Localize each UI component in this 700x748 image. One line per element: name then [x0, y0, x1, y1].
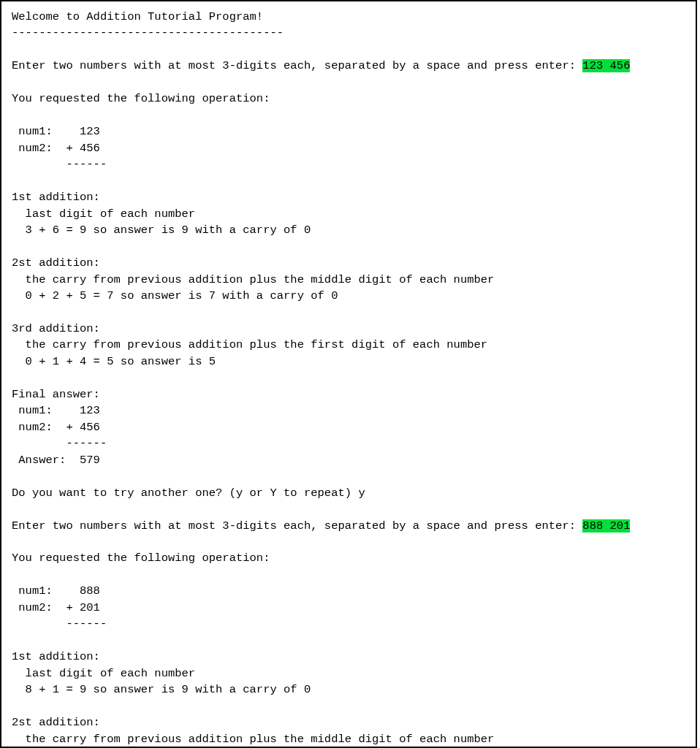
run1-dash: ------: [12, 158, 107, 171]
run1-step2-desc: the carry from previous addition plus th…: [12, 273, 494, 286]
requested-op-1: You requested the following operation:: [12, 92, 270, 105]
run1-final-answer: Answer: 579: [12, 454, 100, 467]
user-input-1[interactable]: 123 456: [582, 59, 630, 72]
run2-step2-desc: the carry from previous addition plus th…: [12, 733, 494, 746]
run2-dash: ------: [12, 617, 107, 630]
run1-step1-calc: 3 + 6 = 9 so answer is 9 with a carry of…: [12, 224, 311, 237]
run2-step1-desc: last digit of each number: [12, 667, 195, 680]
run2-step2-title: 2st addition:: [12, 716, 100, 729]
input-prompt-2: Enter two numbers with at most 3-digits …: [12, 519, 582, 533]
run1-step3-title: 3rd addition:: [12, 322, 100, 335]
run2-step1-title: 1st addition:: [12, 650, 100, 663]
repeat-response[interactable]: y: [358, 486, 365, 500]
user-input-2[interactable]: 888 201: [582, 519, 630, 533]
run1-num2: num2: + 456: [12, 142, 100, 155]
run1-step2-title: 2st addition:: [12, 256, 100, 270]
divider-line: ----------------------------------------: [12, 26, 284, 39]
run1-final-title: Final answer:: [12, 388, 100, 401]
input-prompt-1: Enter two numbers with at most 3-digits …: [12, 59, 582, 72]
run1-step2-calc: 0 + 2 + 5 = 7 so answer is 7 with a carr…: [12, 289, 338, 302]
run1-final-dash: ------: [12, 437, 107, 450]
run1-num1: num1: 123: [12, 125, 100, 138]
run2-step1-calc: 8 + 1 = 9 so answer is 9 with a carry of…: [12, 683, 311, 696]
run1-final-num1: num1: 123: [12, 404, 100, 417]
run1-final-num2: num2: + 456: [12, 421, 100, 434]
repeat-prompt: Do you want to try another one? (y or Y …: [12, 486, 358, 500]
run1-step3-calc: 0 + 1 + 4 = 5 so answer is 5: [12, 355, 216, 368]
run2-num1: num1: 888: [12, 584, 100, 598]
run1-step1-title: 1st addition:: [12, 191, 100, 204]
terminal-output: Welcome to Addition Tutorial Program! --…: [0, 0, 697, 748]
requested-op-2: You requested the following operation:: [12, 552, 270, 565]
welcome-line: Welcome to Addition Tutorial Program!: [12, 10, 263, 23]
run2-num2: num2: + 201: [12, 601, 100, 614]
run1-step3-desc: the carry from previous addition plus th…: [12, 338, 487, 351]
run1-step1-desc: last digit of each number: [12, 207, 195, 221]
